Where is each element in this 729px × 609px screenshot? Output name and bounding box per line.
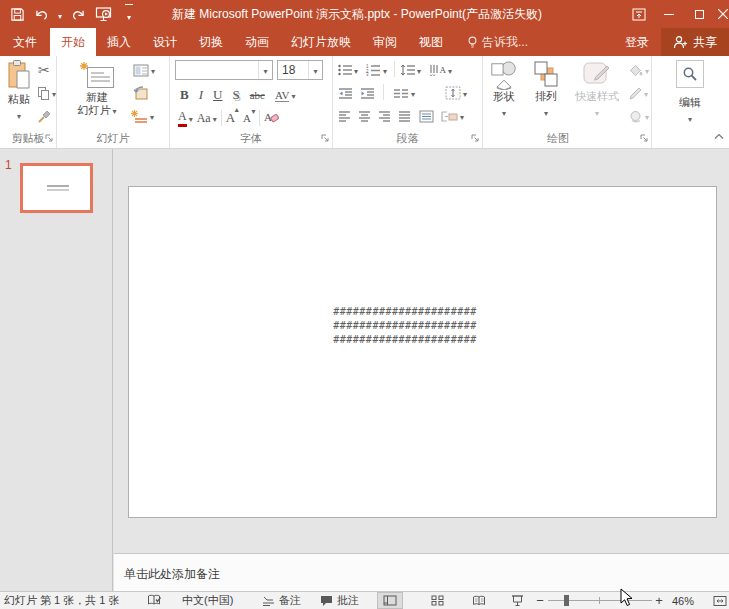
clear-formatting-icon: A <box>264 110 279 124</box>
shapes-button[interactable]: 形状 <box>485 56 523 118</box>
tab-review[interactable]: 审阅 <box>362 28 408 56</box>
clear-formatting-button[interactable]: A <box>264 110 279 126</box>
shrink-font-button[interactable]: A▼ <box>243 112 251 124</box>
slide-counter[interactable]: 幻灯片 第 1 张，共 1 张 <box>4 592 120 609</box>
char-spacing-button[interactable]: AV <box>275 85 296 105</box>
tab-animations[interactable]: 动画 <box>234 28 280 56</box>
zoom-in-button[interactable]: + <box>653 592 665 609</box>
bullets-button[interactable] <box>338 60 358 80</box>
notes-button[interactable]: 备注 <box>262 592 301 609</box>
align-text-button[interactable] <box>445 83 467 103</box>
font-color-button[interactable]: A <box>178 108 193 128</box>
paragraph-dialog-launcher-icon[interactable] <box>471 133 480 145</box>
increase-indent-button[interactable] <box>360 83 375 103</box>
new-slide-button[interactable]: 新建 幻灯片 <box>69 56 125 117</box>
decrease-indent-button[interactable] <box>338 83 353 103</box>
shapes-icon <box>489 60 519 90</box>
svg-text:A: A <box>440 65 447 75</box>
redo-icon[interactable] <box>66 3 88 25</box>
new-slide-label-2: 幻灯片 <box>77 104 116 117</box>
tab-tell-me[interactable]: 告诉我... <box>458 28 538 56</box>
change-case-button[interactable]: Aa <box>197 108 217 128</box>
slide-canvas[interactable]: ########################################… <box>128 186 717 518</box>
normal-view-icon <box>383 595 397 606</box>
layout-button[interactable] <box>133 60 155 80</box>
align-right-button[interactable] <box>378 106 391 126</box>
slide-thumbnail-panel[interactable]: 1 <box>0 149 113 591</box>
close-icon[interactable] <box>714 0 729 28</box>
paste-button[interactable]: 粘贴 <box>2 56 36 121</box>
quick-styles-caret-icon <box>595 106 599 118</box>
arrange-button[interactable]: 排列 <box>527 56 565 118</box>
quick-styles-button[interactable]: 快速样式 <box>567 56 627 118</box>
bold-button[interactable]: B <box>180 87 189 103</box>
language-indicator[interactable]: 中文(中国) <box>182 592 233 609</box>
editing-button[interactable]: 编辑 <box>668 56 712 124</box>
mouse-cursor <box>620 588 633 607</box>
tab-file[interactable]: 文件 <box>0 28 50 56</box>
sign-in-button[interactable]: 登录 <box>613 28 661 56</box>
align-center-button[interactable] <box>358 106 371 126</box>
format-painter-button[interactable] <box>38 106 51 126</box>
reset-slide-button[interactable] <box>133 83 148 103</box>
zoom-out-button[interactable]: − <box>534 592 546 609</box>
shape-outline-button[interactable] <box>629 83 648 103</box>
shape-fill-button[interactable] <box>629 60 649 80</box>
notes-button-label: 备注 <box>279 593 301 608</box>
minimize-icon[interactable] <box>654 0 684 28</box>
reading-view-button[interactable] <box>466 592 492 609</box>
tab-transitions[interactable]: 切换 <box>188 28 234 56</box>
undo-dropdown-caret-icon[interactable] <box>58 5 62 23</box>
cut-button[interactable]: ✂ <box>38 60 50 80</box>
font-dialog-launcher-icon[interactable] <box>321 133 330 145</box>
align-left-button[interactable] <box>338 106 351 126</box>
strikethrough-button[interactable]: abc <box>250 89 265 101</box>
tab-design[interactable]: 设计 <box>142 28 188 56</box>
slide-title-text[interactable]: ########################################… <box>329 305 481 347</box>
underline-button[interactable]: U <box>213 87 222 103</box>
font-size-combo[interactable]: 18 <box>277 60 323 80</box>
normal-view-button[interactable] <box>377 592 403 609</box>
save-icon[interactable] <box>6 3 28 25</box>
distribute-button[interactable] <box>419 106 434 126</box>
maximize-icon[interactable] <box>684 0 714 28</box>
line-spacing-caret-icon <box>417 64 421 76</box>
zoom-slider-thumb[interactable] <box>564 595 569 606</box>
share-button[interactable]: 共享 <box>661 28 729 56</box>
customize-quick-access-icon[interactable] <box>118 3 140 25</box>
ribbon: 粘贴 ✂ 剪贴板 <box>0 56 729 149</box>
drawing-dialog-launcher-icon[interactable] <box>640 133 649 145</box>
tab-home[interactable]: 开始 <box>50 28 96 56</box>
tab-slideshow[interactable]: 幻灯片放映 <box>280 28 362 56</box>
slide-sorter-button[interactable] <box>424 592 450 609</box>
section-button[interactable] <box>131 106 154 126</box>
collapse-ribbon-icon[interactable] <box>714 130 724 142</box>
tab-view[interactable]: 视图 <box>408 28 454 56</box>
shape-effects-button[interactable] <box>629 106 649 126</box>
undo-icon[interactable] <box>32 3 54 25</box>
zoom-level[interactable]: 46% <box>672 592 694 609</box>
text-direction-button[interactable]: A <box>429 60 452 80</box>
font-name-combo[interactable] <box>175 60 273 80</box>
fit-to-window-button[interactable] <box>710 592 729 609</box>
slideshow-view-button[interactable] <box>504 592 530 609</box>
convert-smartart-button[interactable] <box>441 106 464 126</box>
start-slideshow-icon[interactable] <box>92 3 114 25</box>
italic-button[interactable]: I <box>199 87 203 103</box>
comments-button[interactable]: 批注 <box>320 592 359 609</box>
text-shadow-button[interactable]: S <box>232 87 239 103</box>
line-spacing-icon <box>400 64 415 76</box>
ribbon-display-options-icon[interactable] <box>624 0 654 28</box>
copy-button[interactable] <box>38 83 56 103</box>
justify-button[interactable] <box>398 106 411 126</box>
font-size-value: 18 <box>282 63 295 77</box>
spell-check-button[interactable] <box>147 592 162 609</box>
grow-font-button[interactable]: A▲ <box>226 110 235 126</box>
numbering-button[interactable]: 123 <box>366 60 387 80</box>
line-spacing-button[interactable] <box>400 60 421 80</box>
clipboard-dialog-launcher-icon[interactable] <box>45 133 54 145</box>
notes-pane[interactable]: 单击此处添加备注 <box>114 553 729 591</box>
columns-button[interactable] <box>393 83 415 103</box>
tab-insert[interactable]: 插入 <box>96 28 142 56</box>
slide-thumbnail[interactable] <box>20 163 93 213</box>
